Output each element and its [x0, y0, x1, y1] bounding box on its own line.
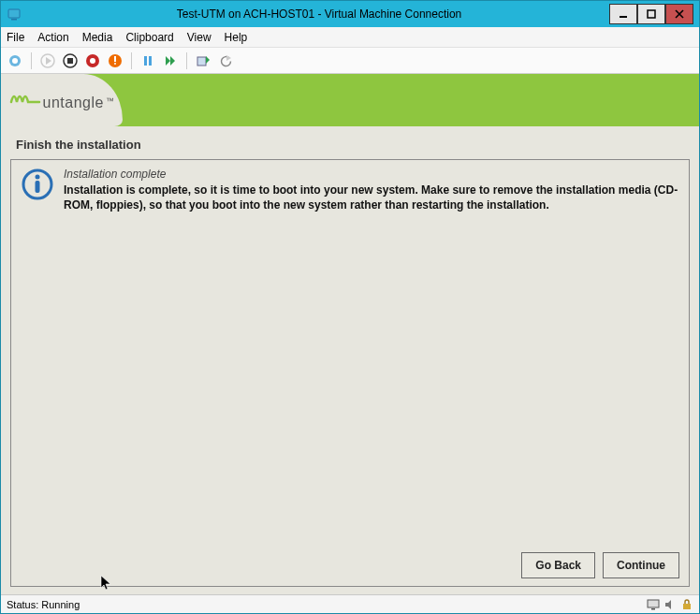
toolbar	[1, 48, 699, 74]
maximize-button[interactable]	[637, 4, 665, 24]
mouse-cursor-icon	[100, 575, 113, 594]
turnoff-icon[interactable]	[62, 52, 79, 69]
vm-display-area: untangle™ Finish the installation Instal…	[1, 74, 699, 594]
menu-file[interactable]: File	[7, 31, 24, 44]
info-icon	[21, 168, 54, 201]
svg-rect-11	[67, 58, 73, 64]
svg-point-7	[12, 58, 18, 64]
window-buttons	[609, 4, 693, 24]
svg-rect-21	[197, 57, 206, 66]
svg-rect-2	[620, 16, 627, 18]
svg-rect-18	[149, 56, 152, 66]
svg-rect-17	[144, 56, 147, 66]
revert-icon[interactable]	[217, 52, 234, 69]
toolbar-separator	[31, 52, 32, 69]
svg-point-13	[90, 58, 95, 64]
footer-buttons: Go Back Continue	[521, 552, 679, 578]
message-text: Installation complete Installation is co…	[64, 168, 679, 212]
vm-connection-window: Test-UTM on ACH-HOST01 - Virtual Machine…	[0, 0, 700, 614]
menu-view[interactable]: View	[187, 31, 211, 44]
display-icon	[647, 598, 660, 611]
svg-point-16	[114, 63, 116, 65]
logo-wave-icon	[9, 89, 41, 111]
svg-rect-3	[648, 10, 655, 18]
status-icons	[647, 598, 693, 611]
titlebar: Test-UTM on ACH-HOST01 - Virtual Machine…	[1, 1, 699, 27]
close-button[interactable]	[665, 4, 693, 24]
svg-rect-26	[36, 181, 40, 193]
svg-rect-27	[648, 600, 659, 607]
window-title: Test-UTM on ACH-HOST01 - Virtual Machine…	[29, 7, 609, 21]
menu-clipboard[interactable]: Clipboard	[125, 31, 173, 44]
status-text: Status: Running	[7, 599, 80, 610]
section-title: Finish the installation	[1, 126, 699, 159]
toolbar-separator	[131, 52, 132, 69]
menubar: File Action Media Clipboard View Help	[1, 27, 699, 48]
toolbar-separator	[186, 52, 187, 69]
start-icon[interactable]	[39, 52, 56, 69]
speaker-icon	[664, 598, 677, 611]
svg-point-25	[36, 175, 40, 180]
svg-rect-29	[683, 604, 691, 609]
save-icon[interactable]	[107, 52, 124, 69]
brand-banner: untangle™	[1, 74, 699, 126]
checkpoint-icon[interactable]	[195, 52, 211, 69]
lock-icon	[680, 598, 693, 611]
pause-icon[interactable]	[139, 52, 156, 69]
menu-action[interactable]: Action	[37, 31, 68, 44]
message-header: Installation complete	[64, 168, 679, 181]
message-row: Installation complete Installation is co…	[11, 160, 689, 218]
svg-marker-9	[46, 57, 51, 65]
brand-name: untangle	[43, 95, 104, 111]
menu-help[interactable]: Help	[225, 31, 248, 44]
app-icon	[7, 7, 22, 22]
svg-marker-23	[226, 55, 231, 61]
svg-rect-1	[11, 19, 17, 21]
ctrl-alt-del-icon[interactable]	[7, 52, 23, 69]
go-back-button[interactable]: Go Back	[521, 552, 595, 578]
shutdown-icon[interactable]	[84, 52, 101, 69]
svg-rect-0	[8, 9, 20, 18]
svg-marker-19	[166, 56, 170, 66]
svg-rect-28	[651, 608, 655, 610]
continue-button[interactable]: Continue	[603, 552, 679, 578]
svg-marker-20	[170, 56, 175, 66]
svg-rect-15	[114, 56, 116, 62]
menu-media[interactable]: Media	[82, 31, 113, 44]
brand-logo-container: untangle™	[1, 74, 123, 126]
svg-marker-22	[206, 56, 210, 64]
minimize-button[interactable]	[609, 4, 637, 24]
message-body: Installation is complete, so it is time …	[64, 183, 679, 212]
installer-panel: Installation complete Installation is co…	[10, 159, 690, 587]
statusbar: Status: Running	[1, 594, 699, 613]
untangle-logo: untangle™	[9, 89, 115, 111]
reset-icon[interactable]	[162, 52, 179, 69]
